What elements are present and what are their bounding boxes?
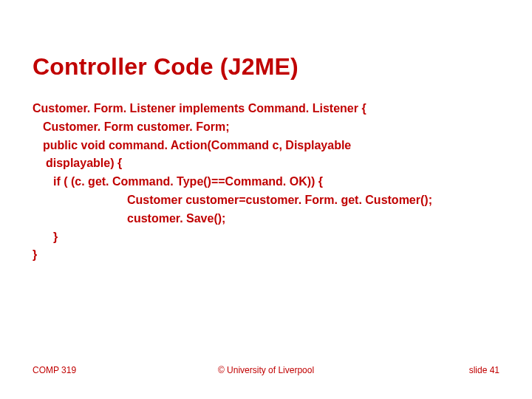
code-line: Customer customer=customer. Form. get. C… <box>33 191 499 210</box>
code-line: } <box>33 228 499 247</box>
code-line: displayable) { <box>33 154 499 173</box>
slide-number: slide 41 <box>469 365 499 375</box>
code-line: } <box>33 246 499 265</box>
code-line: customer. Save(); <box>33 210 499 228</box>
code-line: Customer. Form customer. Form; <box>33 118 499 137</box>
code-line: if ( (c. get. Command. Type()==Command. … <box>33 173 499 191</box>
copyright-text: © University of Liverpool <box>0 365 532 375</box>
code-line: Customer. Form. Listener implements Comm… <box>33 100 499 118</box>
code-line: public void command. Action(Command c, D… <box>33 137 499 155</box>
code-listing: Customer. Form. Listener implements Comm… <box>33 100 499 265</box>
slide-title: Controller Code (J2ME) <box>33 53 499 81</box>
